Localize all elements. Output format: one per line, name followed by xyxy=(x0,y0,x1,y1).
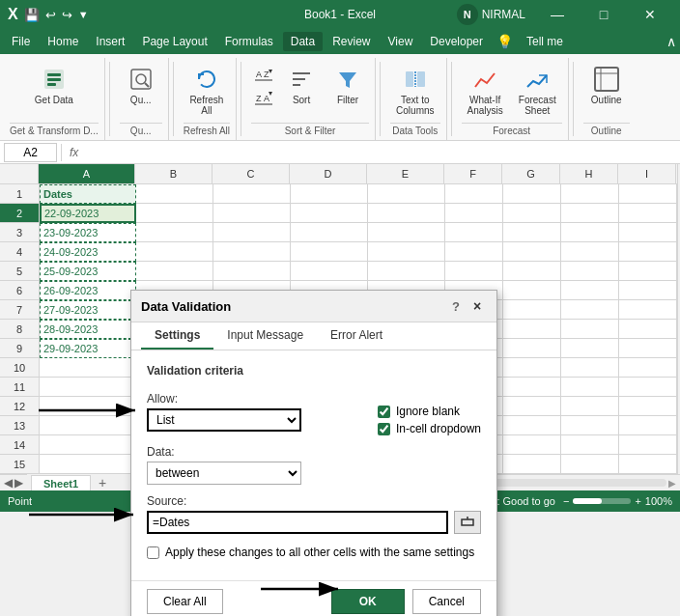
maximize-button[interactable]: □ xyxy=(581,0,626,29)
data-row: Data: between xyxy=(147,445,481,485)
forecast-sheet-button[interactable]: ForecastSheet xyxy=(513,62,562,118)
menu-home[interactable]: Home xyxy=(40,32,86,51)
refresh-icon xyxy=(191,64,222,95)
dialog-title-bar: Data Validation ? × xyxy=(131,291,496,322)
ribbon-group-outline: Outline Outline xyxy=(578,58,636,140)
dialog-tab-settings[interactable]: Settings xyxy=(141,322,213,350)
in-cell-dropdown-checkbox[interactable] xyxy=(378,423,390,435)
cell-reference-box[interactable] xyxy=(4,143,57,162)
menu-insert[interactable]: Insert xyxy=(88,32,132,51)
get-data-label: Get Data xyxy=(35,95,73,105)
apply-all-checkbox[interactable] xyxy=(147,546,159,559)
data-select[interactable]: between xyxy=(147,462,301,485)
window-controls: N NIRMAL — □ ✕ xyxy=(457,0,672,29)
checkbox-group: Ignore blank In-cell dropdown xyxy=(378,405,481,435)
ignore-blank-checkbox[interactable] xyxy=(378,406,390,418)
ribbon-group-queries: Qu... Qu... xyxy=(114,58,169,140)
refresh-all-button[interactable]: RefreshAll xyxy=(184,62,229,118)
forecast-group-label: Forecast xyxy=(462,123,562,138)
validation-criteria-title: Validation criteria xyxy=(147,364,481,378)
menu-tell-me[interactable]: Tell me xyxy=(519,32,571,51)
ribbon: Get Data Get & Transform D... Qu... Qu..… xyxy=(0,54,680,141)
cancel-button[interactable]: Cancel xyxy=(412,589,481,614)
menu-page-layout[interactable]: Page Layout xyxy=(134,32,214,51)
outline-button[interactable]: Outline xyxy=(585,62,628,107)
undo-icon[interactable]: ↩ xyxy=(45,8,56,22)
apply-label: Apply these changes to all other cells w… xyxy=(165,546,474,559)
menu-developer[interactable]: Developer xyxy=(422,32,491,51)
filter-button[interactable]: Filter xyxy=(326,62,369,107)
minimize-button[interactable]: — xyxy=(535,0,580,29)
ribbon-group-get-transform: Get Data Get & Transform D... xyxy=(4,58,105,140)
dialog-body: Validation criteria Allow: List xyxy=(131,350,496,580)
menu-formulas[interactable]: Formulas xyxy=(217,32,281,51)
sort-az-button[interactable]: AZ xyxy=(251,62,276,85)
whatif-label: What-IfAnalysis xyxy=(468,95,503,116)
allow-select[interactable]: List xyxy=(147,408,301,432)
ok-button[interactable]: OK xyxy=(331,589,405,614)
window-title: Book1 - Excel xyxy=(304,8,376,21)
data-validation-dialog: Data Validation ? × Settings Input Messa… xyxy=(130,290,497,616)
source-collapse-button[interactable] xyxy=(454,511,481,534)
outline-icon xyxy=(591,64,622,95)
get-data-button[interactable]: Get Data xyxy=(29,62,79,107)
allow-label: Allow: xyxy=(147,392,368,406)
svg-rect-20 xyxy=(595,68,618,91)
menu-file[interactable]: File xyxy=(4,32,38,51)
data-label: Data: xyxy=(147,445,481,459)
outline-label: Outline xyxy=(591,95,622,105)
sort-az-icon: AZ xyxy=(254,64,273,83)
svg-line-6 xyxy=(145,83,149,87)
formula-input[interactable] xyxy=(86,146,676,159)
svg-point-5 xyxy=(136,74,146,84)
menu-bar: File Home Insert Page Layout Formulas Da… xyxy=(0,29,680,54)
ribbon-group-sort-filter: AZ ZA Sort xyxy=(245,58,376,140)
clear-all-button[interactable]: Clear All xyxy=(147,589,223,614)
svg-rect-1 xyxy=(47,73,61,76)
formula-divider xyxy=(61,144,62,161)
sort-filter-group-label: Sort & Filter xyxy=(251,123,369,138)
queries-button[interactable]: Qu... xyxy=(120,62,162,107)
title-bar: X 💾 ↩ ↪ ▼ Book1 - Excel N NIRMAL — □ ✕ xyxy=(0,0,680,29)
dialog-title-controls: ? × xyxy=(452,296,487,316)
username: NIRMAL xyxy=(482,8,525,21)
data-tools-label: Data Tools xyxy=(390,123,439,138)
menu-data[interactable]: Data xyxy=(283,32,323,51)
ribbon-group-data-tools: Text toColumns Data Tools xyxy=(384,58,446,140)
queries-label: Qu... xyxy=(130,95,152,105)
dialog-title: Data Validation xyxy=(141,299,231,314)
whatif-icon xyxy=(469,64,500,95)
dialog-tab-input-message[interactable]: Input Message xyxy=(213,322,317,350)
source-label: Source: xyxy=(147,494,481,508)
svg-text:Z: Z xyxy=(256,94,262,103)
svg-rect-17 xyxy=(406,71,413,87)
svg-rect-2 xyxy=(47,78,61,81)
forecast-sheet-icon xyxy=(522,64,552,95)
dialog-help-button[interactable]: ? xyxy=(452,299,460,314)
whatif-button[interactable]: What-IfAnalysis xyxy=(462,62,509,118)
excel-logo-icon: X xyxy=(8,6,18,23)
redo-icon[interactable]: ↪ xyxy=(62,8,72,22)
menu-view[interactable]: View xyxy=(381,32,421,51)
text-to-columns-button[interactable]: Text toColumns xyxy=(390,62,439,118)
quick-save-icon[interactable]: 💾 xyxy=(24,8,40,22)
dialog-close-button[interactable]: × xyxy=(468,296,487,316)
in-cell-dropdown-label: In-cell dropdown xyxy=(396,422,481,435)
svg-rect-23 xyxy=(462,519,473,525)
dialog-tab-error-alert[interactable]: Error Alert xyxy=(317,322,396,350)
ribbon-collapse-btn[interactable]: ∧ xyxy=(666,34,676,49)
svg-rect-3 xyxy=(47,83,56,86)
formula-bar: fx xyxy=(0,141,680,164)
sort-button[interactable]: Sort xyxy=(280,62,323,107)
sort-za-button[interactable]: ZA xyxy=(251,86,276,109)
filter-icon xyxy=(332,64,363,95)
fx-label: fx xyxy=(70,146,78,159)
menu-review[interactable]: Review xyxy=(325,32,378,51)
close-button[interactable]: ✕ xyxy=(628,0,672,29)
customize-icon[interactable]: ▼ xyxy=(78,9,89,20)
source-input[interactable] xyxy=(147,511,448,534)
refresh-label: RefreshAll xyxy=(189,95,223,116)
svg-marker-16 xyxy=(339,72,356,88)
queries-label-bottom: Qu... xyxy=(120,123,162,138)
source-input-row xyxy=(147,511,481,534)
